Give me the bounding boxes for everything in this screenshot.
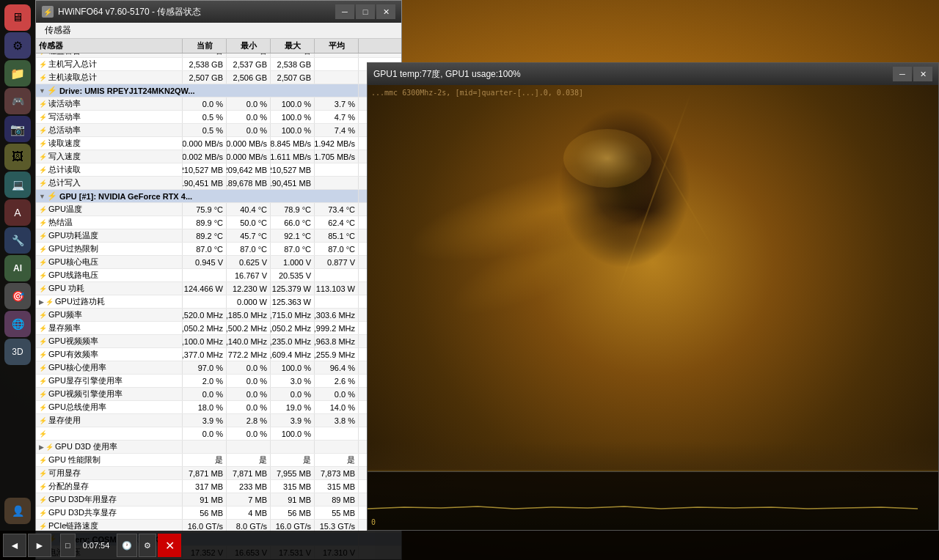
sensor-min: 1,500.2 MHz <box>227 322 271 334</box>
table-row[interactable]: ⚡ 写活动率 0.5 % 0.0 % 100.0 % 4.7 % <box>36 111 401 124</box>
sensor-avg: 1.942 MB/s <box>315 137 359 150</box>
table-row[interactable]: ⚡ GPU D3D共享显存 56 MB 4 MB 56 MB 55 MB <box>36 506 401 520</box>
sidebar-icon-9[interactable]: 🔧 <box>4 227 31 254</box>
table-row[interactable]: ⚡ 热结温 89.9 °C 50.0 °C 66.0 °C 62.4 °C <box>36 216 401 229</box>
table-row[interactable]: ⚡ 读活动率 0.0 % 0.0 % 100.0 % 3.7 % <box>36 97 401 111</box>
sidebar-icon-2[interactable]: ⚙ <box>4 32 31 59</box>
hwinfo-window: ⚡ HWiNFO64 v7.60-5170 - 传感器状态 ─ □ ✕ 传感器 … <box>35 0 402 560</box>
sensor-max: 2,235.0 MHz <box>271 335 315 347</box>
sensor-current: 2,100.0 MHz <box>183 335 227 347</box>
taskbar-screen-button[interactable]: □ <box>60 534 76 557</box>
sensor-min: 2,506 GB <box>227 71 271 84</box>
sidebar-icon-7[interactable]: 💻 <box>4 172 31 198</box>
sensor-avg <box>315 427 359 440</box>
sensor-name: ⚡ 主机写入总计 <box>36 58 183 70</box>
sensor-avg: 1,999.2 MHz <box>315 322 359 334</box>
table-row[interactable]: ⚡ 主机读取总计 2,507 GB 2,506 GB 2,507 GB <box>36 71 401 84</box>
sensor-name: ⚡ GPU显存引擎使用率 <box>36 375 183 387</box>
menu-sensor[interactable]: 传感器 <box>39 23 77 38</box>
sensor-max: 100.0 % <box>271 97 315 110</box>
table-row[interactable]: ⚡ 总计写入 190,451 MB 189,678 MB 190,451 MB <box>36 177 401 190</box>
table-row[interactable]: ⚡ GPU频率 2,520.0 MHz 1,185.0 MHz 2,715.0 … <box>36 309 401 322</box>
sensor-name: ⚡ GPU视频频率 <box>36 335 183 347</box>
section-label: Drive: UMIS RPEYJ1T24MKN2QW... <box>59 86 195 95</box>
sensor-avg: 1.705 MB/s <box>315 150 359 163</box>
taskbar-close-button[interactable]: ✕ <box>158 534 181 557</box>
sensor-current: 87.0 °C <box>183 243 227 255</box>
table-row[interactable]: ⚡ 显存频率 2,050.2 MHz 1,500.2 MHz 2,050.2 M… <box>36 322 401 335</box>
hwinfo-titlebar: ⚡ HWiNFO64 v7.60-5170 - 传感器状态 ─ □ ✕ <box>36 1 401 23</box>
taskbar-settings-button[interactable]: ⚙ <box>139 534 156 557</box>
taskbar-prev-button[interactable]: ◄ <box>3 534 26 557</box>
table-row[interactable]: ⚡ 总活动率 0.5 % 0.0 % 100.0 % 7.4 % <box>36 124 401 137</box>
taskbar-left: ◄ ► □ 0:07:54 🕐 ⚙ ✕ <box>0 534 184 557</box>
sensor-current: 124.466 W <box>183 282 227 295</box>
sidebar-icon-6[interactable]: 🖼 <box>4 144 31 170</box>
table-row[interactable]: ⚡ GPU视频频率 2,100.0 MHz 1,140.0 MHz 2,235.… <box>36 335 401 348</box>
sensor-name: ⚡ 热结温 <box>36 216 183 229</box>
sensor-max: 100.0 % <box>271 124 315 136</box>
gpu-minimize-button[interactable]: ─ <box>893 67 912 81</box>
table-row[interactable]: ⚡ GPU核心电压 0.945 V 0.625 V 1.000 V 0.877 … <box>36 256 401 269</box>
sensor-min: 16.767 V <box>227 269 271 281</box>
table-row[interactable]: ⚡ 0.0 % 0.0 % 100.0 % <box>36 427 401 441</box>
table-row[interactable]: ⚡ 总计读取 210,527 MB 209,642 MB 210,527 MB <box>36 163 401 177</box>
table-row[interactable]: ▶ ⚡ GPU过路功耗 0.000 W 125.363 W <box>36 295 401 309</box>
hwinfo-content: 传感器 当前 最小 最大 平均 ⚡ VPP (SWC) 电压 1.815 V 1… <box>36 39 401 559</box>
table-row[interactable]: ⚡ GPU D3D年用显存 91 MB 7 MB 91 MB 89 MB <box>36 493 401 506</box>
sensor-min <box>227 441 271 453</box>
sidebar-bottom-icon[interactable]: 👤 <box>4 497 31 525</box>
table-row[interactable]: ⚡ GPU温度 75.9 °C 40.4 °C 78.9 °C 73.4 °C <box>36 203 401 216</box>
sensor-name: ⚡ 显存频率 <box>36 322 183 334</box>
expand-icon[interactable]: ▼ <box>39 193 45 200</box>
sidebar-icon-11[interactable]: 🎯 <box>4 283 31 309</box>
sensor-max: 315 MB <box>271 480 315 493</box>
sensor-name: ⚡ 总活动率 <box>36 124 183 136</box>
sensor-max: 91.611 MB/s <box>271 150 315 163</box>
table-row[interactable]: ▼ ⚡ Drive: UMIS RPEYJ1T24MKN2QW... <box>36 84 401 97</box>
sidebar-icon-3[interactable]: 📁 <box>4 60 31 86</box>
sidebar-icon-1[interactable]: 🖥 <box>4 4 31 31</box>
table-row[interactable]: ⚡ 写入速度 0.002 MB/s 0.000 MB/s 91.611 MB/s… <box>36 150 401 163</box>
table-row[interactable]: ⚡ GPU视频引擎使用率 0.0 % 0.0 % 0.0 % 0.0 % <box>36 388 401 401</box>
sensor-name: ⚡ GPU核心电压 <box>36 256 183 268</box>
sidebar-icon-13[interactable]: 3D <box>4 339 31 365</box>
maximize-button[interactable]: □ <box>356 4 375 19</box>
gpu-close-button[interactable]: ✕ <box>913 67 932 81</box>
table-row[interactable]: ⚡ GPU 功耗 124.466 W 12.230 W 125.379 W 11… <box>36 282 401 295</box>
table-row[interactable]: ⚡ GPU线路电压 16.767 V 20.535 V <box>36 269 401 282</box>
close-button[interactable]: ✕ <box>376 4 395 19</box>
table-row[interactable]: ⚡ GPU 性能限制 是 是 是 是 <box>36 454 401 467</box>
table-row[interactable]: ⚡ 分配的显存 317 MB 233 MB 315 MB 315 MB <box>36 480 401 493</box>
sensor-name: ⚡ 可用显存 <box>36 467 183 479</box>
sidebar-icon-8[interactable]: A <box>4 199 31 226</box>
table-row[interactable]: ⚡ 读取速度 0.000 MB/s 0.000 MB/s 168.845 MB/… <box>36 137 401 150</box>
sidebar-icon-4[interactable]: 🎮 <box>4 88 31 114</box>
table-row[interactable]: ⚡ GPU有效频率 2,377.0 MHz 772.2 MHz 2,609.4 … <box>36 348 401 361</box>
table-row[interactable]: ⚡ 显存使用 3.9 % 2.8 % 3.9 % 3.8 % <box>36 414 401 427</box>
expand-icon[interactable]: ▼ <box>39 87 45 95</box>
sensor-current: 89.2 °C <box>183 229 227 242</box>
sensor-current: 89.9 °C <box>183 216 227 229</box>
table-row[interactable]: ⚡ GPU过热限制 87.0 °C 87.0 °C 87.0 °C 87.0 °… <box>36 243 401 256</box>
table-row[interactable]: ⚡ 可用显存 7,871 MB 7,871 MB 7,955 MB 7,873 … <box>36 467 401 480</box>
table-body[interactable]: ⚡ VPP (SWC) 电压 1.815 V 1.800 V 1.830 V 1… <box>36 54 401 559</box>
table-row[interactable]: ⚡ GPU显存引擎使用率 2.0 % 0.0 % 3.0 % 2.6 % <box>36 375 401 388</box>
table-row[interactable]: ⚡ GPU核心使用率 97.0 % 0.0 % 100.0 % 96.4 % <box>36 361 401 375</box>
taskbar-next-button[interactable]: ► <box>28 534 51 557</box>
sensor-name: ⚡ GPU频率 <box>36 309 183 321</box>
gpu-titlebar-controls: ─ ✕ <box>893 67 932 81</box>
table-row[interactable]: ▼ ⚡ GPU [#1]: NVIDIA GeForce RTX 4... <box>36 190 401 203</box>
table-row[interactable]: ⚡ GPU功耗温度 89.2 °C 45.7 °C 92.1 °C 85.1 °… <box>36 229 401 243</box>
sidebar-icon-10[interactable]: AI <box>4 255 31 281</box>
table-row[interactable]: ▶ ⚡ GPU D3D 使用率 <box>36 441 401 454</box>
taskbar-clock-button[interactable]: 🕐 <box>117 534 137 557</box>
sensor-min: 否 <box>227 54 271 57</box>
table-row[interactable]: ⚡ GPU总线使用率 18.0 % 0.0 % 19.0 % 14.0 % <box>36 401 401 414</box>
sidebar-icon-5[interactable]: 📷 <box>4 116 31 142</box>
minimize-button[interactable]: ─ <box>335 4 354 19</box>
sensor-avg: 4.7 % <box>315 111 359 123</box>
sensor-current: 2,050.2 MHz <box>183 322 227 334</box>
sidebar-icon-12[interactable]: 🌐 <box>4 311 31 337</box>
table-row[interactable]: ⚡ 主机写入总计 2,538 GB 2,537 GB 2,538 GB <box>36 58 401 71</box>
